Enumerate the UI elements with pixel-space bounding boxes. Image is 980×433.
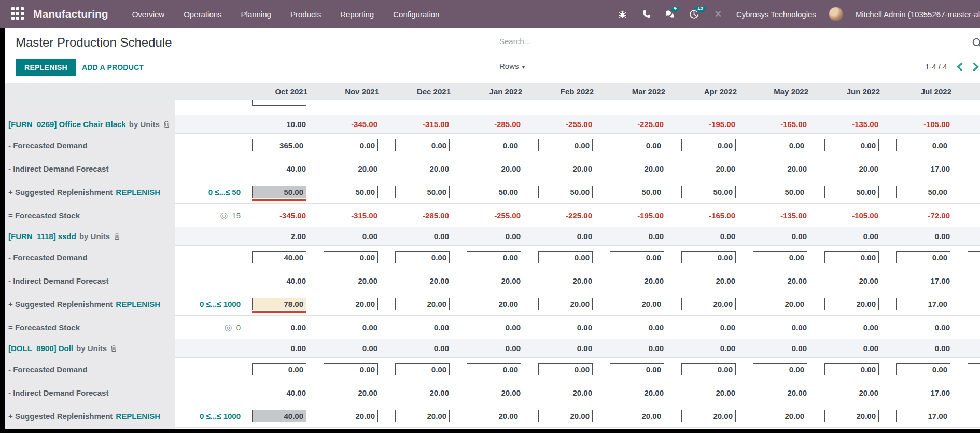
replenish-input[interactable]: 20.00 — [324, 410, 378, 422]
forecast-input[interactable]: 40.00 — [252, 251, 306, 263]
replenish-input[interactable]: 40.00 — [252, 410, 306, 422]
replenish-button[interactable]: REPLENISH — [16, 59, 76, 76]
replenish-input[interactable]: 20.00 — [538, 298, 593, 310]
forecast-input[interactable]: 0.00 — [395, 251, 450, 263]
menu-item-overview[interactable]: Overview — [132, 10, 165, 19]
replenish-input[interactable]: 78.00 — [252, 298, 306, 310]
forecast-input[interactable] — [968, 363, 980, 375]
forecast-input[interactable]: 0.00 — [538, 251, 593, 263]
menu-item-configuration[interactable]: Configuration — [393, 10, 439, 19]
rows-dropdown[interactable]: Rows▾ — [499, 62, 525, 71]
replenish-input[interactable]: 20.00 — [324, 298, 378, 310]
replenish-input[interactable]: 50.00 — [896, 186, 950, 198]
row-replenish-link[interactable]: REPLENISH — [116, 412, 160, 421]
menu-item-products[interactable]: Products — [290, 10, 321, 19]
technical-tools-icon[interactable]: × — [712, 8, 724, 20]
forecast-input[interactable]: 0.00 — [467, 139, 521, 151]
replenish-input[interactable] — [968, 186, 980, 198]
min-max-range-link[interactable]: 0 ≤...≤ 1000 — [200, 412, 241, 421]
replenish-input[interactable]: 20.00 — [753, 298, 807, 310]
bug-icon[interactable] — [617, 8, 628, 20]
replenish-input[interactable]: 20.00 — [538, 410, 593, 422]
forecast-input[interactable]: 0.00 — [324, 251, 378, 263]
forecast-input[interactable]: 0.00 — [610, 139, 664, 151]
replenish-input[interactable]: 17.00 — [896, 298, 950, 310]
replenish-input[interactable]: 50.00 — [395, 186, 450, 198]
forecast-input[interactable] — [968, 139, 980, 151]
replenish-input[interactable]: 20.00 — [753, 410, 807, 422]
replenish-input[interactable]: 17.00 — [896, 410, 950, 422]
forecast-input[interactable]: 0.00 — [681, 251, 736, 263]
replenish-input[interactable]: 50.00 — [324, 186, 378, 198]
forecast-input[interactable]: 0.00 — [395, 363, 450, 375]
messages-icon[interactable]: 4 — [665, 8, 676, 20]
forecast-input[interactable]: 0.00 — [538, 363, 593, 375]
replenish-input[interactable]: 50.00 — [467, 186, 521, 198]
forecast-input[interactable]: 0.00 — [395, 139, 450, 151]
forecast-input[interactable]: 0.00 — [467, 251, 521, 263]
user-avatar[interactable] — [829, 7, 843, 21]
replenish-input[interactable]: 50.00 — [538, 186, 593, 198]
min-max-range-link[interactable]: 0 ≤...≤ 1000 — [200, 300, 241, 309]
row-replenish-link[interactable]: REPLENISH — [116, 188, 160, 197]
forecast-input[interactable]: 0.00 — [753, 251, 807, 263]
replenish-input[interactable]: 20.00 — [395, 410, 450, 422]
forecast-input[interactable]: 0.00 — [824, 139, 879, 151]
forecast-input[interactable]: 0.00 — [896, 363, 950, 375]
replenish-input[interactable]: 20.00 — [610, 298, 664, 310]
forecast-input[interactable]: 0.00 — [753, 139, 807, 151]
company-name[interactable]: Cybrosys Technologies — [736, 10, 816, 19]
product-name[interactable]: [FURN_1118] ssdd — [8, 232, 76, 241]
replenish-input[interactable]: 20.00 — [610, 410, 664, 422]
replenish-input[interactable]: 20.00 — [681, 410, 736, 422]
replenish-input[interactable]: 20.00 — [824, 410, 879, 422]
replenish-input[interactable] — [968, 298, 980, 310]
forecast-input[interactable]: 0.00 — [681, 363, 736, 375]
replenish-input[interactable]: 20.00 — [824, 298, 879, 310]
menu-item-planning[interactable]: Planning — [241, 10, 271, 19]
replenish-input[interactable]: 20.00 — [467, 410, 521, 422]
forecast-input[interactable] — [252, 100, 306, 106]
forecast-input[interactable]: 0.00 — [824, 251, 879, 263]
forecast-input[interactable] — [968, 251, 980, 263]
trash-icon[interactable] — [114, 232, 120, 240]
forecast-input[interactable]: 0.00 — [681, 139, 736, 151]
trash-icon[interactable] — [163, 120, 170, 128]
pager-previous-icon[interactable] — [956, 63, 963, 71]
forecast-input[interactable]: 0.00 — [324, 139, 378, 151]
forecast-input[interactable]: 0.00 — [467, 363, 521, 375]
forecast-input[interactable]: 365.00 — [252, 139, 306, 151]
forecast-input[interactable]: 0.00 — [252, 363, 306, 375]
forecast-input[interactable]: 0.00 — [824, 363, 879, 375]
app-name[interactable]: Manufacturing — [33, 8, 108, 20]
user-name[interactable]: Mitchell Admin (10355267-master-al — [856, 10, 980, 19]
forecast-input[interactable]: 0.00 — [753, 363, 807, 375]
replenish-input[interactable]: 50.00 — [681, 186, 736, 198]
trash-icon[interactable] — [110, 344, 117, 352]
activities-clock-icon[interactable]: 19 — [689, 8, 700, 20]
min-max-range-link[interactable]: 0 ≤...≤ 50 — [208, 188, 241, 197]
forecast-input[interactable]: 0.00 — [324, 363, 378, 375]
menu-item-operations[interactable]: Operations — [184, 10, 221, 19]
replenish-input[interactable] — [968, 410, 980, 422]
replenish-input[interactable]: 20.00 — [467, 298, 521, 310]
apps-menu-icon[interactable] — [11, 7, 25, 21]
replenish-input[interactable]: 50.00 — [610, 186, 664, 198]
product-name[interactable]: [DOLL_8900] Doll — [8, 344, 73, 353]
forecast-input[interactable]: 0.00 — [610, 251, 664, 263]
forecast-input[interactable]: 0.00 — [896, 139, 950, 151]
replenish-input[interactable]: 20.00 — [395, 298, 450, 310]
row-replenish-link[interactable]: REPLENISH — [116, 300, 160, 309]
replenish-input[interactable]: 50.00 — [824, 186, 879, 198]
replenish-input[interactable]: 20.00 — [681, 298, 736, 310]
pager-next-icon[interactable] — [972, 63, 979, 71]
product-name[interactable]: [FURN_0269] Office Chair Black — [8, 120, 126, 129]
forecast-input[interactable]: 0.00 — [610, 363, 664, 375]
forecast-input[interactable]: 0.00 — [896, 251, 950, 263]
search-icon[interactable] — [972, 37, 980, 51]
add-a-product-button[interactable]: ADD A PRODUCT — [82, 63, 144, 72]
search-input[interactable]: Search... — [499, 37, 530, 46]
replenish-input[interactable]: 50.00 — [252, 186, 306, 198]
menu-item-reporting[interactable]: Reporting — [340, 10, 374, 19]
phone-icon[interactable] — [641, 8, 652, 20]
